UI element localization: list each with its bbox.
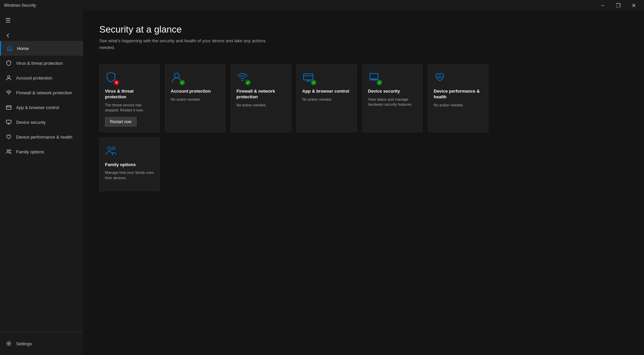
settings-label: Settings	[16, 341, 32, 346]
svg-point-19	[108, 147, 111, 150]
card-title-family: Family options	[105, 162, 154, 168]
settings-item[interactable]: Settings	[5, 338, 78, 350]
card-virus[interactable]: ✕ Virus & threat protection The threat s…	[99, 64, 160, 132]
appbrowser-badge: ✓	[311, 80, 316, 85]
cards-row-2: Family options Manage how your family us…	[99, 138, 628, 191]
card-desc-appbrowser: No action needed.	[302, 97, 351, 102]
page-title: Security at a glance	[99, 24, 628, 35]
card-icon-wrapper-virus: ✕	[105, 71, 118, 85]
app-title: Windows Security	[4, 3, 36, 8]
sidebar-item-family-label: Family options	[16, 149, 44, 154]
card-title-performance: Device performance & health	[434, 89, 483, 100]
account-badge: ✓	[179, 80, 185, 85]
home-icon	[6, 45, 13, 52]
sidebar-item-virus-label: Virus & threat protection	[16, 61, 63, 66]
performance-heart-icon	[434, 71, 446, 83]
svg-point-9	[8, 343, 10, 345]
firewall-badge: ✓	[245, 80, 251, 85]
sidebar-item-appbrowser[interactable]: App & browser control	[0, 100, 83, 115]
card-desc-virus: The threat service has stopped. Restart …	[105, 103, 154, 113]
card-desc-family: Manage how your family uses their device…	[105, 170, 154, 181]
card-icon-wrapper-firewall: ✓	[236, 71, 250, 85]
svg-rect-2	[6, 106, 11, 109]
card-devicesecurity[interactable]: ✓ Device security View status and manage…	[362, 64, 423, 132]
svg-rect-4	[6, 120, 11, 123]
svg-point-1	[8, 94, 9, 95]
sidebar-item-devicesecurity-label: Device security	[16, 120, 46, 125]
close-button[interactable]: ✕	[626, 0, 641, 11]
sidebar-item-virus[interactable]: Virus & threat protection	[0, 56, 83, 70]
devicesecurity-badge: ✓	[377, 80, 382, 85]
sidebar-item-firewall-label: Firewall & network protection	[16, 90, 72, 95]
card-appbrowser[interactable]: ✓ App & browser control No action needed…	[297, 64, 357, 132]
computer-icon	[5, 119, 12, 125]
card-performance[interactable]: Device performance & health No action ne…	[428, 64, 488, 132]
card-icon-wrapper-family	[105, 145, 118, 158]
card-desc-account: No action needed.	[171, 97, 220, 102]
browser-icon	[5, 104, 12, 111]
svg-point-11	[242, 80, 243, 81]
page-subtitle: See what's happening with the security a…	[99, 38, 267, 51]
cards-row-1: ✕ Virus & threat protection The threat s…	[99, 64, 628, 132]
main-content: Security at a glance See what's happenin…	[83, 11, 644, 355]
card-title-virus: Virus & threat protection	[105, 89, 154, 100]
sidebar-nav: Home Virus & threat protection	[0, 41, 83, 332]
sidebar-item-firewall[interactable]: Firewall & network protection	[0, 85, 83, 100]
sidebar-item-family[interactable]: Family options	[0, 144, 83, 159]
sidebar-item-appbrowser-label: App & browser control	[16, 105, 59, 110]
sidebar-item-account-label: Account protection	[16, 75, 52, 81]
minimize-button[interactable]: –	[595, 0, 610, 11]
app-container: ☰ Home	[0, 11, 644, 355]
sidebar-item-home-label: Home	[17, 46, 29, 51]
sidebar-item-home[interactable]: Home	[0, 41, 83, 56]
svg-point-20	[112, 147, 115, 150]
svg-rect-12	[304, 74, 313, 80]
person-icon	[5, 74, 12, 81]
sidebar-item-account[interactable]: Account protection	[0, 70, 83, 85]
card-firewall[interactable]: ✓ Firewall & network protection No actio…	[231, 64, 291, 132]
card-desc-performance: No action needed.	[434, 103, 483, 108]
card-title-firewall: Firewall & network protection	[236, 89, 285, 100]
svg-point-7	[7, 150, 9, 152]
wifi-icon	[5, 89, 12, 96]
sidebar-item-performance-label: Device performance & health	[16, 135, 72, 140]
people-icon	[5, 148, 12, 155]
card-account[interactable]: ✓ Account protection No action needed.	[165, 64, 225, 132]
svg-point-10	[174, 73, 179, 78]
sidebar-item-devicesecurity[interactable]: Device security	[0, 115, 83, 130]
restore-button[interactable]: ❐	[610, 0, 626, 11]
titlebar: Windows Security – ❐ ✕	[0, 0, 644, 11]
back-icon	[5, 33, 11, 38]
window-controls: – ❐ ✕	[595, 0, 641, 11]
family-people-icon	[105, 145, 117, 157]
svg-point-0	[8, 76, 10, 78]
card-desc-devicesecurity: View status and manage hardware security…	[368, 97, 417, 107]
card-title-devicesecurity: Device security	[368, 89, 417, 94]
svg-rect-16	[370, 73, 378, 79]
gear-icon	[5, 340, 12, 347]
card-family[interactable]: Family options Manage how your family us…	[99, 138, 160, 191]
card-title-appbrowser: App & browser control	[302, 89, 351, 94]
card-icon-wrapper-account: ✓	[171, 71, 184, 85]
back-button[interactable]	[0, 30, 83, 41]
sidebar-bottom: Settings	[0, 332, 83, 355]
card-desc-firewall: No action needed.	[236, 103, 285, 108]
card-icon-wrapper-performance	[434, 71, 447, 85]
card-icon-wrapper-appbrowser: ✓	[302, 71, 316, 85]
sidebar: ☰ Home	[0, 11, 83, 355]
sidebar-item-performance[interactable]: Device performance & health	[0, 130, 83, 144]
heart-icon	[5, 134, 12, 140]
svg-point-8	[9, 150, 11, 151]
shield-icon	[5, 60, 12, 66]
restart-now-button[interactable]: Restart now	[105, 117, 137, 126]
card-title-account: Account protection	[171, 89, 220, 94]
virus-badge: ✕	[114, 80, 119, 85]
hamburger-button[interactable]: ☰	[0, 11, 83, 30]
card-icon-wrapper-devicesecurity: ✓	[368, 71, 381, 85]
